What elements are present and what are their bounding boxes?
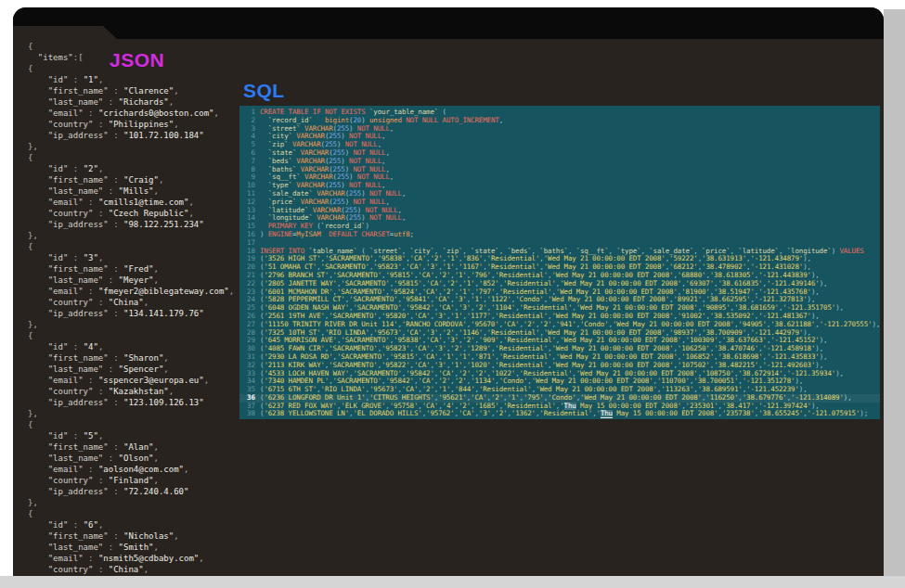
right-surface (884, 9, 905, 588)
sql-line: 15 PRIMARY KEY (`record_id`) (239, 223, 880, 231)
sql-line: 22('2805 JANETTE WAY','SACRAMENTO','9581… (239, 280, 880, 288)
json-line: "ip_address" : "98.122.251.234" (28, 219, 255, 230)
sql-line: 33('4533 LOCH HAVEN WAY','SACRAMENTO','9… (239, 370, 880, 378)
sql-line: 25('6048 OGDEN NASH WAY','SACRAMENTO','9… (239, 304, 880, 313)
json-line: { (28, 241, 255, 252)
json-line: "ip_address" : "216.111.245.255" (28, 575, 255, 576)
sql-line: 30('4085 FAWN CIR','SACRAMENTO','95823',… (239, 345, 880, 353)
json-line: { (28, 330, 255, 341)
sql-line: 3 `street` VARCHAR(255) NOT NULL, (239, 125, 880, 134)
sql-line: 17 (239, 239, 880, 248)
json-line: }, (28, 408, 255, 419)
json-line: }, (28, 319, 255, 330)
json-line: "first_name" : "Fred", (28, 263, 255, 275)
json-line: "ip_address" : "134.141.179.76" (28, 308, 255, 319)
window-titlebar (13, 7, 884, 39)
sql-line: 34('7340 HAMDEN PL','SACRAMENTO','95842'… (239, 377, 880, 386)
sql-line: 36('6236 LONGFORD DR Unit 1','CITRUS HEI… (239, 394, 880, 403)
sql-line: 35('6715 6TH ST','RIO LINDA','95673','CA… (239, 386, 880, 394)
sql-line: 16) ENGINE=MyISAM DEFAULT CHARSET=utf8; (239, 231, 880, 239)
json-line: "email" : "cmills1@time.com", (28, 197, 255, 208)
json-line: "country" : "Kazakhstan", (28, 386, 255, 397)
sql-line: 14 `longitude` VARCHAR(255) NOT NULL, (239, 214, 880, 223)
sql-line: 12 `price` VARCHAR(255) NOT NULL, (239, 198, 880, 207)
sql-line: 1CREATE TABLE IF NOT EXISTS `your_table_… (239, 109, 880, 117)
json-line: "first_name" : "Nicholas", (28, 530, 255, 542)
json-line: "last_name" : "Meyer", (28, 275, 255, 286)
sql-line: 32('2113 KIRK WAY','SACRAMENTO','95822',… (239, 362, 880, 370)
sql-code[interactable]: 1CREATE TABLE IF NOT EXISTS `your_table_… (239, 109, 880, 418)
json-line: "first_name" : "Alan", (28, 441, 255, 453)
json-line: "country" : "China", (28, 564, 255, 575)
json-line: "ip_address" : "101.72.100.184" (28, 130, 255, 141)
line-number: 6 (239, 149, 260, 158)
sql-line: 19('3526 HIGH ST','SACRAMENTO','95838','… (239, 255, 880, 263)
json-line: "ip_address" : "72.240.4.60" (28, 486, 255, 497)
sql-line: 10 `type` VARCHAR(255) NOT NULL, (239, 182, 880, 190)
json-line: "id" : "2", (28, 163, 255, 174)
sql-line: 28('7325 10TH ST','RIO LINDA','95673','C… (239, 329, 880, 338)
json-line: "country" : "Philippines", (28, 119, 255, 130)
json-line: "last_name" : "Mills", (28, 185, 255, 197)
json-line: { (28, 508, 255, 519)
page: JSON SQL { "items":[{ "id" : "1", "first… (0, 0, 905, 588)
json-line: "id" : "6", (28, 519, 255, 530)
json-line: "email" : "aolson4@com.com", (28, 464, 255, 475)
json-line: "email" : "crichards0@boston.com", (28, 108, 255, 119)
sql-line: 27('11150 TRINITY RIVER DR Unit 114','RA… (239, 321, 880, 329)
sql-line: 23('6001 MCMAHON DR','SACRAMENTO','95824… (239, 288, 880, 297)
json-line: "last_name" : "Richards", (28, 96, 255, 108)
sql-panel[interactable]: 1CREATE TABLE IF NOT EXISTS `your_table_… (239, 106, 880, 419)
sql-line: 21('2796 BRANCH ST','SACRAMENTO','95815'… (239, 272, 880, 280)
json-line: "last_name" : "Olson", (28, 453, 255, 464)
sql-line: 26('2561 19TH AVE','SACRAMENTO','95820',… (239, 313, 880, 321)
sql-line: 2 `record_id` bigint(20) unsigned NOT NU… (239, 117, 880, 125)
line-number: 4 (239, 133, 260, 141)
line-number: 38 (239, 410, 260, 418)
json-line: "ip_address" : "123.109.126.13" (28, 397, 255, 408)
json-line: "email" : "fmeyer2@biblegateway.com", (28, 286, 255, 297)
line-number: 5 (239, 141, 260, 149)
editor-window: JSON SQL { "items":[{ "id" : "1", "first… (13, 7, 884, 576)
json-line: "country" : "China", (28, 297, 255, 308)
sql-line: 4 `city` VARCHAR(255) NOT NULL, (239, 133, 880, 141)
json-line: }, (28, 141, 255, 152)
line-number: 1 (239, 109, 260, 117)
json-line: "last_name" : "Spencer", (28, 364, 255, 375)
json-line: { (28, 63, 255, 74)
sql-line: 8 `baths` VARCHAR(255) NOT NULL, (239, 166, 880, 174)
line-number: 2 (239, 117, 260, 125)
sql-line: 24('5828 PEPPERMILL CT','SACRAMENTO','95… (239, 296, 880, 304)
json-line: "email" : "nsmith5@cdbaby.com", (28, 553, 255, 564)
json-line: "last_name" : "Smith", (28, 542, 255, 553)
json-line: "items":[ (28, 52, 255, 63)
json-line: { (28, 152, 255, 163)
json-line: { (28, 419, 255, 430)
line-number: 8 (239, 166, 260, 174)
json-line: "email" : "sspencer3@europa.eu", (28, 375, 255, 386)
json-line: "first_name" : "Craig", (28, 174, 255, 185)
json-line: "first_name" : "Sharon", (28, 352, 255, 364)
sql-line: 11 `sale_date` VARCHAR(255) NOT NULL, (239, 190, 880, 198)
sql-line: 29('645 MORRISON AVE','SACRAMENTO','9583… (239, 337, 880, 345)
sql-line: 18INSERT INTO `table_name` ( `street`, `… (239, 248, 880, 256)
json-line: "id" : "4", (28, 341, 255, 352)
json-line: "id" : "3", (28, 252, 255, 263)
line-number: 7 (239, 158, 260, 166)
sql-line: 31('2930 LA ROSA RD','SACRAMENTO','95815… (239, 353, 880, 362)
bottom-surface (0, 576, 905, 588)
sql-line: 38('6238 YELLOWSTONE LN','EL DORADO HILL… (239, 410, 880, 418)
json-line: "first_name" : "Clarence", (28, 85, 255, 96)
sql-line: 13 `latitude` VARCHAR(255) NOT NULL, (239, 207, 880, 215)
sql-line: 37('6237 RED FOX WAY','ELK GROVE','95758… (239, 403, 880, 411)
line-number: 3 (239, 125, 260, 134)
json-line: { (28, 41, 255, 52)
json-line: "id" : "5", (28, 430, 255, 441)
json-code[interactable]: { "items":[{ "id" : "1", "first_name" : … (28, 41, 255, 576)
json-line: "country" : "Finland", (28, 475, 255, 486)
json-line: }, (28, 497, 255, 508)
sql-line: 20('51 OMAHA CT','SACRAMENTO','95823','C… (239, 263, 880, 272)
sql-line: 5 `zip` VARCHAR(255) NOT NULL, (239, 141, 880, 149)
json-line: "id" : "1", (28, 74, 255, 85)
json-line: "country" : "Czech Republic", (28, 208, 255, 219)
